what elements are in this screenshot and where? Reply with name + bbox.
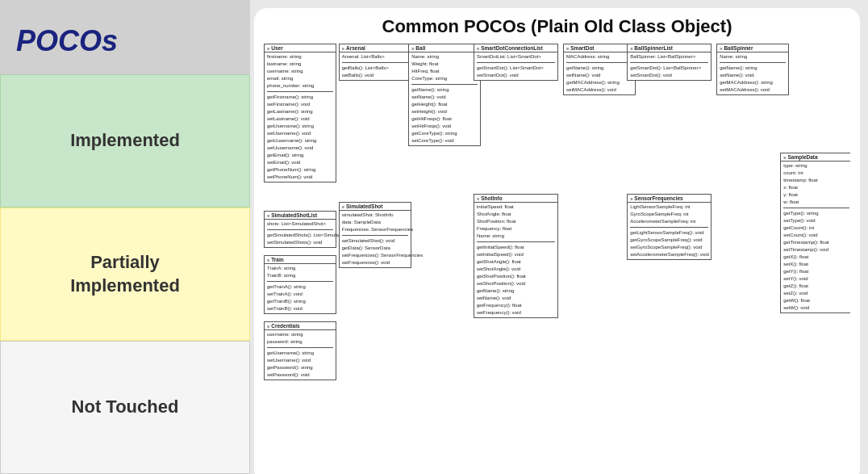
diagram-panel: Common POCOs (Plain Old Class Object) ≡ … <box>254 8 860 474</box>
uml-col-8: ≡ SampleData type: string count: int tim… <box>780 153 850 469</box>
uml-sensor-freq: ≡ SensorFrequencies LightSensorSampleFre… <box>627 194 712 260</box>
uml-user: ≡ User firstname: string lastname: strin… <box>264 44 336 182</box>
uml-bs-header: ≡ BallSpinner <box>717 44 788 52</box>
uml-col-2: ≡ Arsenal Arsenal: List<Balls> getBalls(… <box>339 44 403 469</box>
uml-ssl-body: shots: List<SimulatedShot> getSimulatedS… <box>265 220 336 247</box>
partial-label: PartiallyImplemented <box>70 251 180 297</box>
uml-sd-body: MACAddress: string getName(): string set… <box>564 52 635 94</box>
uml-creds-header: ≡ Credentials <box>265 322 336 330</box>
uml-col-4: ≡ SmartDotConnectionList SmartDotList: L… <box>474 44 558 469</box>
diagram-title: Common POCOs (Plain Old Class Object) <box>264 16 850 37</box>
uml-sdata-body: type: string count: int timestamp: float… <box>781 161 850 313</box>
uml-col-3: ≡ Ball Name: string Weight: float HitFre… <box>408 44 469 469</box>
uml-shot-info: ≡ ShotInfo initialSpeed: float ShotAngle… <box>474 194 558 318</box>
uml-train: ≡ Train TrainA: string TrainB: string ge… <box>264 255 336 314</box>
uml-ballspinner: ≡ BallSpinner Name: string getName(): st… <box>716 44 789 95</box>
uml-ss-body: simulatedShot: ShotInfo data: SampleData… <box>340 211 411 267</box>
uml-col-1: ≡ User firstname: string lastname: strin… <box>264 44 334 469</box>
uml-bsl-body: BallSpinner: List<BallSpinner> getSmartD… <box>628 52 711 80</box>
uml-si-header: ≡ ShotInfo <box>474 195 557 203</box>
uml-simulated-shot-list: ≡ SimulatedShotList shots: List<Simulate… <box>264 211 336 248</box>
uml-bsl-header: ≡ BallSpinnerList <box>628 44 711 52</box>
implemented-label: Implemented <box>70 129 180 153</box>
page-title: POCOs <box>0 16 250 74</box>
status-implemented: Implemented <box>0 74 250 208</box>
uml-ssl-header: ≡ SimulatedShotList <box>265 212 336 220</box>
uml-sdcl-body: SmartDotList: List<SmartDot> getSmartDot… <box>474 52 557 80</box>
uml-col-6: ≡ BallSpinnerList BallSpinner: List<Ball… <box>627 44 712 469</box>
diagram-area: ≡ User firstname: string lastname: strin… <box>264 44 850 469</box>
not-touched-label: Not Touched <box>72 396 179 419</box>
uml-train-header: ≡ Train <box>265 256 336 264</box>
uml-sd-header: ≡ SmartDot <box>564 44 635 52</box>
uml-si-body: initialSpeed: float ShotAngle: float Sho… <box>474 203 557 317</box>
uml-simulated-shot: ≡ SimulatedShot simulatedShot: ShotInfo … <box>339 202 411 268</box>
uml-train-body: TrainA: string TrainB: string getTrainA(… <box>265 264 336 313</box>
uml-sdcl-header: ≡ SmartDotConnectionList <box>474 44 557 52</box>
uml-smartdot: ≡ SmartDot MACAddress: string getName():… <box>563 44 636 95</box>
uml-bsl: ≡ BallSpinnerList BallSpinner: List<Ball… <box>627 44 712 81</box>
status-partial: PartiallyImplemented <box>0 208 250 341</box>
status-not-touched: Not Touched <box>0 341 250 474</box>
uml-bs-body: Name: string getName(): string setName()… <box>717 52 788 94</box>
uml-col-7: ≡ BallSpinner Name: string getName(): st… <box>716 44 775 469</box>
uml-user-header: ≡ User <box>265 44 336 52</box>
uml-credentials: ≡ Credentials username: string password:… <box>264 321 336 380</box>
uml-sf-body: LightSensorSampleFreq: int GyroScopeSamp… <box>628 203 711 259</box>
uml-creds-body: username: string password: string getUse… <box>265 330 336 380</box>
uml-ball-body: Name: string Weight: float HitFreq: floa… <box>409 52 480 145</box>
uml-sdcl: ≡ SmartDotConnectionList SmartDotList: L… <box>474 44 558 81</box>
uml-ss-header: ≡ SimulatedShot <box>340 203 411 211</box>
left-panel: POCOs Implemented PartiallyImplemented N… <box>0 0 250 474</box>
uml-col-5: ≡ SmartDot MACAddress: string getName():… <box>563 44 622 469</box>
uml-ball-header: ≡ Ball <box>409 44 480 52</box>
uml-sdata-header: ≡ SampleData <box>781 153 850 161</box>
uml-arsenal-body: Arsenal: List<Balls> getBalls(): List<Ba… <box>340 52 411 80</box>
uml-sample-data: ≡ SampleData type: string count: int tim… <box>780 153 850 313</box>
uml-arsenal-header: ≡ Arsenal <box>340 44 411 52</box>
uml-user-fields: firstname: string lastname: string usern… <box>265 52 336 182</box>
uml-sf-header: ≡ SensorFrequencies <box>628 195 711 203</box>
uml-arsenal: ≡ Arsenal Arsenal: List<Balls> getBalls(… <box>339 44 411 81</box>
uml-ball: ≡ Ball Name: string Weight: float HitFre… <box>408 44 481 146</box>
